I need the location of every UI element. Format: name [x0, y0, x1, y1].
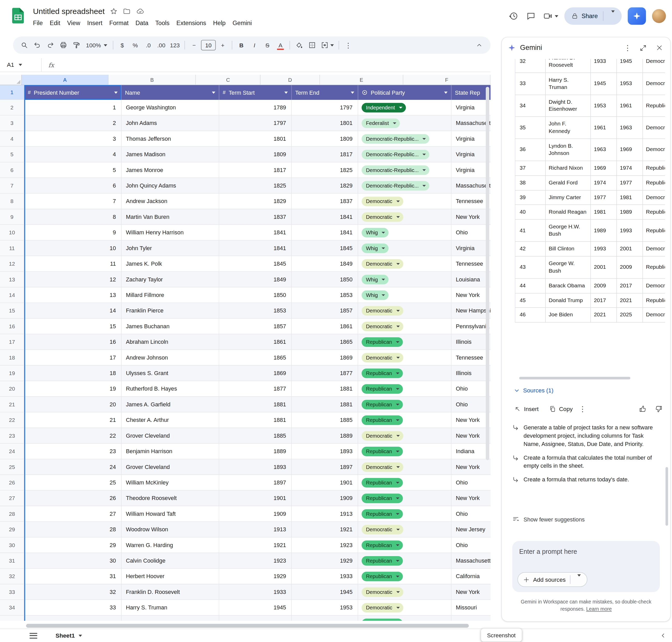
undo-icon[interactable]: [31, 39, 43, 51]
cell-term-end[interactable]: 1841: [292, 225, 358, 240]
row-number[interactable]: 33: [0, 584, 24, 600]
menu-gemini[interactable]: Gemini: [229, 18, 255, 28]
row-number[interactable]: 20: [0, 381, 24, 397]
thumbs-down-icon[interactable]: [655, 405, 662, 413]
cell-state[interactable]: Massachusetts: [451, 553, 490, 568]
gemini-button[interactable]: [628, 8, 646, 25]
column-header-A[interactable]: A: [22, 75, 109, 85]
cell-name-box[interactable]: A1: [0, 58, 42, 72]
star-icon[interactable]: [110, 8, 118, 15]
cell-term-end[interactable]: 1801: [292, 115, 358, 131]
party-chip[interactable]: Republican: [362, 509, 403, 518]
gemini-table-scrollbar[interactable]: [519, 377, 630, 380]
cell-name[interactable]: Zachary Taylor: [121, 272, 219, 287]
show-fewer-suggestions[interactable]: Show fewer suggestions: [512, 516, 584, 523]
cell-term-end[interactable]: 1877: [292, 365, 358, 381]
cell-name[interactable]: Grover Cleveland: [121, 459, 219, 475]
row-number[interactable]: 24: [0, 444, 24, 459]
user-avatar[interactable]: [652, 9, 666, 23]
cell-state[interactable]: Virginia: [451, 100, 490, 115]
cell-political-party[interactable]: Federalist: [358, 115, 452, 131]
cell-state[interactable]: Massachusetts: [451, 115, 490, 131]
decrease-decimal-button[interactable]: .0: [142, 39, 154, 51]
collapse-toolbar-icon[interactable]: [473, 39, 485, 51]
response-more-options-icon[interactable]: ⋮: [579, 404, 586, 413]
cell-state[interactable]: Tennessee: [451, 194, 490, 209]
merge-cells-icon[interactable]: [319, 39, 336, 51]
party-chip[interactable]: Democratic: [362, 587, 403, 597]
cell-term-start[interactable]: 1933: [219, 584, 292, 600]
row-number[interactable]: 1: [0, 85, 24, 100]
cell-political-party[interactable]: Republican: [358, 365, 452, 381]
more-formats-button[interactable]: 123: [168, 39, 181, 51]
cell-name[interactable]: Chester A. Arthur: [121, 412, 219, 428]
cell-state[interactable]: Virginia: [451, 147, 490, 162]
cell-political-party[interactable]: Republican: [358, 444, 452, 459]
table-column-header[interactable]: Political Party: [358, 85, 452, 100]
cell-term-start[interactable]: 1923: [219, 553, 292, 568]
menu-format[interactable]: Format: [106, 18, 132, 28]
insert-button[interactable]: Insert: [509, 402, 543, 415]
all-sheets-icon[interactable]: [29, 633, 37, 638]
cell-name[interactable]: Ulysses S. Grant: [121, 365, 219, 381]
cell-political-party[interactable]: Democratic: [358, 256, 452, 272]
column-menu-chevron-icon[interactable]: [444, 91, 448, 93]
row-number[interactable]: 15: [0, 303, 24, 318]
cell-term-end[interactable]: 1885: [292, 412, 358, 428]
cell-term-end[interactable]: 1825: [292, 163, 358, 178]
cell-name[interactable]: John Quincy Adams: [121, 178, 219, 193]
menu-extensions[interactable]: Extensions: [173, 18, 210, 28]
party-chip[interactable]: Democratic: [362, 462, 403, 472]
table-column-header[interactable]: State Rep: [451, 85, 490, 100]
cell-president-number[interactable]: 21: [24, 412, 121, 428]
cell-president-number[interactable]: 24: [24, 459, 121, 475]
cell-term-end[interactable]: 1861: [292, 319, 358, 334]
cell-name[interactable]: James Monroe: [121, 163, 219, 178]
row-number[interactable]: 29: [0, 522, 24, 537]
share-dropdown-icon[interactable]: [607, 13, 619, 20]
gemini-panel-scrollbar[interactable]: [665, 467, 668, 526]
cloud-saved-icon[interactable]: [136, 8, 145, 15]
cell-president-number[interactable]: 12: [24, 272, 121, 287]
cell-name[interactable]: Franklin Pierce: [121, 303, 219, 318]
cell-term-end[interactable]: 1809: [292, 131, 358, 147]
cell-president-number[interactable]: 32: [24, 584, 121, 600]
increase-font-size-button[interactable]: +: [217, 39, 229, 51]
cell-political-party[interactable]: Democratic: [358, 350, 452, 365]
cell-term-end[interactable]: 1961: [292, 616, 358, 621]
row-number[interactable]: 4: [0, 131, 24, 147]
column-header-E[interactable]: E: [320, 75, 403, 85]
cell-term-start[interactable]: 1829: [219, 194, 292, 209]
cell-name[interactable]: Andrew Jackson: [121, 194, 219, 209]
cell-state[interactable]: Virginia: [451, 131, 490, 147]
collapse-side-panel-icon[interactable]: [660, 632, 667, 639]
cell-term-start[interactable]: 1869: [219, 365, 292, 381]
cell-state[interactable]: Ohio: [451, 506, 490, 522]
party-chip[interactable]: Whig: [362, 290, 389, 300]
cell-term-start[interactable]: 1850: [219, 287, 292, 303]
cell-state[interactable]: Ohio: [451, 475, 490, 490]
cell-president-number[interactable]: 11: [24, 256, 121, 272]
cell-state[interactable]: Louisiana: [451, 272, 490, 287]
cell-political-party[interactable]: Whig: [358, 241, 452, 256]
cell-president-number[interactable]: 8: [24, 209, 121, 225]
cell-president-number[interactable]: 1: [24, 100, 121, 115]
row-number[interactable]: 32: [0, 569, 24, 584]
cell-term-end[interactable]: 1953: [292, 600, 358, 615]
cell-name[interactable]: William Howard Taft: [121, 506, 219, 522]
cell-political-party[interactable]: Republican: [358, 412, 452, 428]
cell-term-start[interactable]: 1845: [219, 256, 292, 272]
party-chip[interactable]: Republican: [362, 540, 403, 550]
cell-political-party[interactable]: Republican: [358, 569, 452, 584]
cell-president-number[interactable]: 4: [24, 147, 121, 162]
cell-term-start[interactable]: 1849: [219, 272, 292, 287]
party-chip[interactable]: Democratic: [362, 525, 403, 534]
cell-term-start[interactable]: 1841: [219, 241, 292, 256]
row-number[interactable]: 9: [0, 209, 24, 225]
column-menu-chevron-icon[interactable]: [284, 91, 288, 93]
menu-data[interactable]: Data: [132, 18, 152, 28]
cell-term-end[interactable]: 1845: [292, 241, 358, 256]
column-header-D[interactable]: D: [260, 75, 320, 85]
menu-tools[interactable]: Tools: [152, 18, 173, 28]
paint-format-icon[interactable]: [70, 39, 82, 51]
